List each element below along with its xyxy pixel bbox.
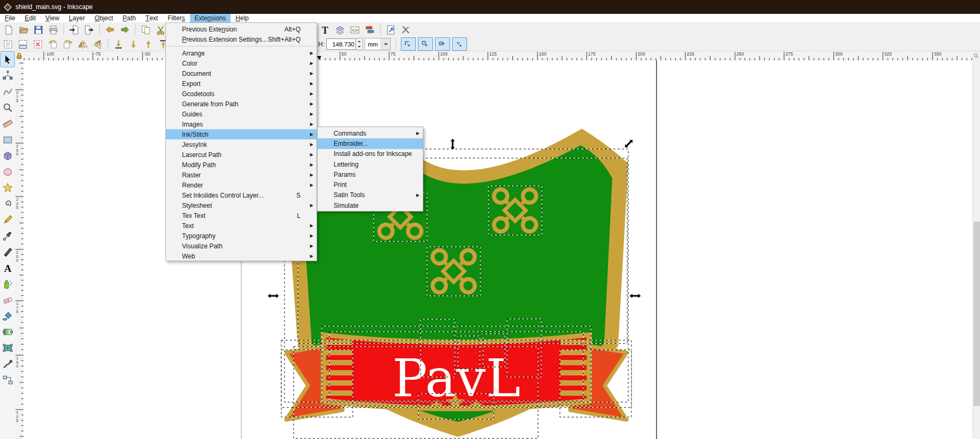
menu-item-previous-extension[interactable]: Previous ExtensionAlt+Q bbox=[166, 24, 317, 34]
tool-eraser[interactable] bbox=[0, 292, 15, 308]
redo-button[interactable] bbox=[118, 23, 132, 37]
menu-item-document[interactable]: Document▶ bbox=[166, 68, 317, 79]
menu-item-visualize-path[interactable]: Visualize Path▶ bbox=[166, 241, 317, 251]
tool-selector[interactable] bbox=[0, 51, 15, 67]
tool-star[interactable] bbox=[0, 179, 15, 195]
tool-node[interactable] bbox=[0, 67, 15, 83]
submenu-item-satin-tools[interactable]: Satin Tools▶ bbox=[318, 190, 423, 200]
menu-item-color[interactable]: Color▶ bbox=[166, 58, 317, 68]
save-button[interactable] bbox=[31, 23, 45, 37]
tool-gradient[interactable] bbox=[0, 324, 15, 340]
menu-item-ink-stitch[interactable]: Ink/Stitch▶ bbox=[166, 129, 317, 139]
scale-handle-v-arrow[interactable] bbox=[450, 138, 455, 150]
lower-button[interactable] bbox=[127, 37, 140, 51]
menu-item-modify-path[interactable]: Modify Path▶ bbox=[166, 160, 317, 170]
scale-stroke-toggle[interactable] bbox=[401, 37, 416, 51]
scale-handle-h-arrow[interactable] bbox=[267, 293, 279, 299]
tool-ellipse[interactable] bbox=[0, 163, 15, 179]
scale-handle-d-arrow[interactable] bbox=[623, 138, 635, 150]
select-all-button[interactable] bbox=[1, 37, 15, 51]
tool-zoom[interactable] bbox=[0, 99, 15, 115]
text-dialog-button[interactable]: T bbox=[318, 23, 332, 37]
menubar-item-object[interactable]: Object bbox=[90, 14, 118, 22]
menu-item-images[interactable]: Images▶ bbox=[166, 119, 317, 129]
layers-dialog-button[interactable] bbox=[333, 23, 347, 37]
menubar-item-layer[interactable]: Layer bbox=[64, 14, 90, 22]
document-properties-button[interactable] bbox=[384, 23, 398, 37]
tool-pencil[interactable] bbox=[0, 211, 15, 228]
raise-button[interactable] bbox=[141, 37, 155, 51]
submenu-item-lettering[interactable]: Lettering bbox=[318, 159, 423, 169]
menu-item-stylesheet[interactable]: Stylesheet▶ bbox=[166, 200, 317, 210]
submenu-item-commands[interactable]: Commands▶ bbox=[318, 128, 423, 138]
move-patterns-toggle[interactable] bbox=[452, 37, 467, 51]
open-button[interactable] bbox=[17, 23, 30, 37]
menubar-item-view[interactable]: View bbox=[41, 14, 64, 22]
scrollbar-thumb[interactable] bbox=[974, 222, 980, 406]
undo-button[interactable] bbox=[103, 23, 117, 37]
lock-guides-toggle[interactable] bbox=[15, 51, 23, 60]
tool-tweak[interactable] bbox=[0, 83, 15, 99]
submenu-item-simulate[interactable]: Simulate bbox=[318, 200, 423, 210]
tool-mesh[interactable] bbox=[0, 340, 15, 356]
menu-item-export[interactable]: Export▶ bbox=[166, 79, 317, 89]
menu-item-render[interactable]: Render▶ bbox=[166, 180, 317, 190]
tool-rectangle[interactable] bbox=[0, 131, 15, 147]
deselect-button[interactable] bbox=[31, 37, 45, 51]
vertical-ruler[interactable]: 275250225200175150125 bbox=[15, 60, 23, 439]
menubar-item-help[interactable]: Help bbox=[231, 14, 254, 22]
menu-item-set-inkslides-control-layer[interactable]: Set Inkslides Control Layer...S bbox=[166, 190, 317, 200]
lower-to-bottom-button[interactable] bbox=[112, 37, 125, 51]
tool-bucket[interactable] bbox=[0, 308, 15, 324]
tool-pen[interactable] bbox=[0, 228, 15, 244]
print-button[interactable] bbox=[46, 23, 60, 37]
unit-select[interactable]: mm bbox=[365, 38, 391, 50]
menu-item-generate-from-path[interactable]: Generate from Path▶ bbox=[166, 99, 317, 109]
tool-connector[interactable] bbox=[0, 372, 15, 388]
submenu-item-print[interactable]: Print bbox=[318, 179, 423, 190]
tool-text[interactable]: A bbox=[0, 260, 15, 276]
submenu-item-params[interactable]: Params bbox=[318, 169, 423, 179]
move-gradients-toggle[interactable] bbox=[435, 37, 450, 51]
menu-item-tex-text[interactable]: Tex TextL bbox=[166, 210, 317, 221]
menu-item-previous-extension-settings[interactable]: Previous Extension Settings...Shift+Alt+… bbox=[166, 34, 317, 44]
menubar-item-file[interactable]: File bbox=[0, 14, 20, 22]
select-all-layers-button[interactable] bbox=[16, 37, 30, 51]
new-document-button[interactable] bbox=[2, 23, 15, 37]
menubar-item-filters[interactable]: Filters bbox=[163, 14, 190, 22]
menubar-item-path[interactable]: Path bbox=[118, 14, 141, 22]
rotate-cw-button[interactable] bbox=[61, 37, 75, 51]
copy-button[interactable] bbox=[139, 23, 153, 37]
import-button[interactable] bbox=[67, 23, 81, 37]
align-dialog-button[interactable] bbox=[363, 23, 377, 37]
xml-editor-button[interactable]: <> bbox=[348, 23, 362, 37]
vertical-scrollbar[interactable] bbox=[973, 51, 980, 439]
height-stepper[interactable] bbox=[356, 38, 363, 50]
flip-horizontal-button[interactable] bbox=[76, 37, 90, 51]
rotate-ccw-button[interactable] bbox=[46, 37, 60, 51]
menubar-item-extensions[interactable]: Extensions bbox=[190, 14, 231, 22]
tool-spiral[interactable] bbox=[0, 195, 15, 211]
tool-dropper[interactable] bbox=[0, 356, 15, 372]
tool-measure[interactable] bbox=[0, 115, 15, 131]
menu-item-web[interactable]: Web▶ bbox=[166, 251, 317, 261]
menu-item-gcodetools[interactable]: Gcodetools▶ bbox=[166, 89, 317, 99]
height-input[interactable] bbox=[326, 38, 356, 50]
scale-corners-toggle[interactable] bbox=[418, 37, 433, 51]
flip-vertical-button[interactable] bbox=[91, 37, 105, 51]
submenu-item-embroider[interactable]: Embroider... bbox=[318, 138, 423, 148]
menu-item-guides[interactable]: Guides▶ bbox=[166, 109, 317, 119]
submenu-item-install-add-ons-for-inkscape[interactable]: Install add-ons for Inkscape bbox=[318, 149, 423, 159]
scale-handle-h-arrow[interactable] bbox=[629, 293, 641, 299]
tool-spray[interactable] bbox=[0, 276, 15, 292]
export-button[interactable] bbox=[82, 23, 96, 37]
menu-item-lasercut-path[interactable]: Lasercut Path▶ bbox=[166, 150, 317, 160]
menu-item-typography[interactable]: Typography▶ bbox=[166, 231, 317, 241]
menubar-item-text[interactable]: Text bbox=[141, 14, 163, 22]
tool-calligraphy[interactable] bbox=[0, 244, 15, 260]
preferences-button[interactable] bbox=[399, 23, 413, 37]
menubar-item-edit[interactable]: Edit bbox=[20, 14, 41, 22]
menu-item-text[interactable]: Text▶ bbox=[166, 221, 317, 231]
menu-item-arrange[interactable]: Arrange▶ bbox=[166, 48, 317, 58]
tool-box3d[interactable] bbox=[0, 147, 15, 163]
